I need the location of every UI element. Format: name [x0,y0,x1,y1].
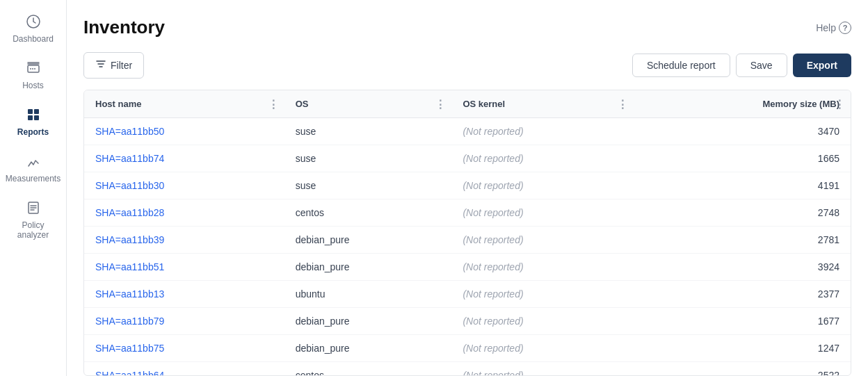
cell-os-kernel: (Not reported) [451,172,633,199]
sidebar-item-dashboard-label: Dashboard [13,34,54,44]
sidebar-item-reports[interactable]: Reports [0,99,66,145]
inventory-table-container: Host name ⋮ OS ⋮ OS kernel ⋮ Memory size… [83,90,851,376]
col-header-hostname: Host name ⋮ [84,90,284,118]
sidebar-item-hosts[interactable]: Hosts [0,52,66,99]
svg-rect-3 [34,109,39,114]
host-link[interactable]: SHA=aa11bb39 [95,234,164,245]
table-row: SHA=aa11bb50suse(Not reported)3470 [84,118,851,145]
sidebar-item-measurements[interactable]: Measurements [0,145,66,192]
action-buttons: Schedule report Save Export [632,54,851,77]
export-button[interactable]: Export [793,54,851,77]
host-link[interactable]: SHA=aa11bb28 [95,207,164,218]
sidebar-item-reports-label: Reports [17,127,49,137]
host-link[interactable]: SHA=aa11bb74 [95,153,164,164]
cell-memory-size: 3470 [634,118,851,145]
cell-memory-size: 4191 [634,172,851,199]
host-link[interactable]: SHA=aa11bb30 [95,180,164,191]
host-link[interactable]: SHA=aa11bb64 [95,370,164,376]
filter-icon [95,58,106,72]
cell-hostname: SHA=aa11bb28 [84,199,284,227]
cell-memory-size: 2522 [634,362,851,377]
cell-memory-size: 2748 [634,199,851,227]
cell-os-kernel: (Not reported) [451,254,633,281]
sidebar-item-dashboard[interactable]: Dashboard [0,6,66,52]
svg-rect-2 [28,109,33,114]
cell-hostname: SHA=aa11bb74 [84,145,284,172]
sidebar-item-hosts-label: Hosts [22,81,44,90]
cell-os: suse [284,118,452,145]
help-icon: ? [839,22,851,34]
cell-memory-size: 2377 [634,281,851,308]
top-right: Help ? [816,22,851,34]
col-menu-os[interactable]: ⋮ [435,97,446,111]
inventory-table: Host name ⋮ OS ⋮ OS kernel ⋮ Memory size… [84,90,851,376]
host-link[interactable]: SHA=aa11bb75 [95,343,164,354]
table-row: SHA=aa11bb64centos(Not reported)2522 [84,362,851,377]
schedule-report-button[interactable]: Schedule report [632,54,730,77]
help-label: Help [816,22,836,33]
col-menu-hostname[interactable]: ⋮ [268,97,279,111]
table-row: SHA=aa11bb75debian_pure(Not reported)124… [84,335,851,362]
cell-os: centos [284,199,452,227]
cell-hostname: SHA=aa11bb39 [84,227,284,254]
cell-hostname: SHA=aa11bb75 [84,335,284,362]
cell-os-kernel: (Not reported) [451,227,633,254]
cell-hostname: SHA=aa11bb13 [84,281,284,308]
page-title: Inventory [83,17,165,38]
filter-button[interactable]: Filter [83,52,144,79]
cell-os: centos [284,362,452,377]
cell-os: suse [284,145,452,172]
hosts-icon [26,60,41,78]
save-button[interactable]: Save [736,54,787,77]
sidebar-item-policy-analyzer[interactable]: Policy analyzer [0,192,66,248]
table-row: SHA=aa11bb30suse(Not reported)4191 [84,172,851,199]
svg-rect-5 [34,115,39,120]
cell-hostname: SHA=aa11bb50 [84,118,284,145]
svg-rect-4 [28,115,33,120]
table-row: SHA=aa11bb74suse(Not reported)1665 [84,145,851,172]
cell-memory-size: 3924 [634,254,851,281]
host-link[interactable]: SHA=aa11bb51 [95,261,164,272]
cell-memory-size: 2781 [634,227,851,254]
cell-os-kernel: (Not reported) [451,308,633,335]
table-row: SHA=aa11bb13ubuntu(Not reported)2377 [84,281,851,308]
cell-os-kernel: (Not reported) [451,335,633,362]
cell-os: ubuntu [284,281,452,308]
cell-os: debian_pure [284,227,452,254]
main-content: Inventory Help ? Filter Schedule report … [67,0,868,376]
cell-hostname: SHA=aa11bb51 [84,254,284,281]
host-link[interactable]: SHA=aa11bb79 [95,316,164,327]
top-bar: Inventory Help ? [83,17,851,38]
help-link[interactable]: Help ? [816,22,851,34]
col-menu-os-kernel[interactable]: ⋮ [617,97,628,111]
table-row: SHA=aa11bb39debian_pure(Not reported)278… [84,227,851,254]
table-row: SHA=aa11bb79debian_pure(Not reported)167… [84,308,851,335]
sidebar-item-policy-analyzer-label: Policy analyzer [6,220,61,240]
cell-hostname: SHA=aa11bb30 [84,172,284,199]
dashboard-icon [26,14,41,31]
cell-hostname: SHA=aa11bb64 [84,362,284,377]
cell-os-kernel: (Not reported) [451,281,633,308]
cell-os-kernel: (Not reported) [451,362,633,377]
table-row: SHA=aa11bb28centos(Not reported)2748 [84,199,851,227]
cell-os: suse [284,172,452,199]
measurements-icon [26,154,41,171]
action-bar: Filter Schedule report Save Export [83,52,851,79]
col-header-os: OS ⋮ [284,90,452,118]
sidebar-item-measurements-label: Measurements [6,174,61,183]
host-link[interactable]: SHA=aa11bb50 [95,126,164,137]
cell-os: debian_pure [284,308,452,335]
cell-os-kernel: (Not reported) [451,199,633,227]
cell-os-kernel: (Not reported) [451,145,633,172]
col-header-os-kernel: OS kernel ⋮ [451,90,633,118]
table-row: SHA=aa11bb51debian_pure(Not reported)392… [84,254,851,281]
cell-memory-size: 1677 [634,308,851,335]
policy-analyzer-icon [26,200,41,218]
table-header-row: Host name ⋮ OS ⋮ OS kernel ⋮ Memory size… [84,90,851,118]
cell-memory-size: 1247 [634,335,851,362]
cell-os-kernel: (Not reported) [451,118,633,145]
host-link[interactable]: SHA=aa11bb13 [95,288,164,300]
cell-memory-size: 1665 [634,145,851,172]
cell-os: debian_pure [284,254,452,281]
col-menu-memory-size[interactable]: ⋮ [834,97,845,111]
